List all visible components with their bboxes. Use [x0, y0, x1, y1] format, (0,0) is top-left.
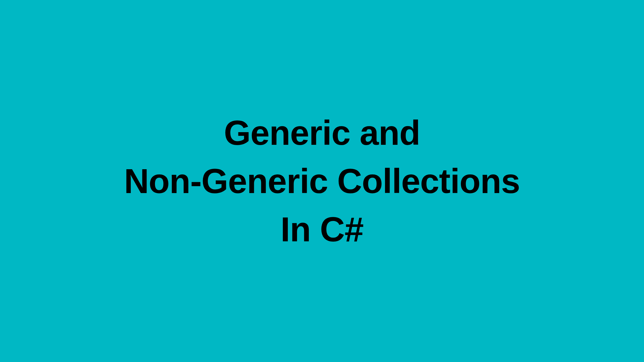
- title-line-2: Non-Generic Collections: [124, 157, 520, 205]
- title-line-1: Generic and: [124, 109, 520, 157]
- title-line-3: In C#: [124, 205, 520, 253]
- slide-title: Generic and Non-Generic Collections In C…: [124, 109, 520, 253]
